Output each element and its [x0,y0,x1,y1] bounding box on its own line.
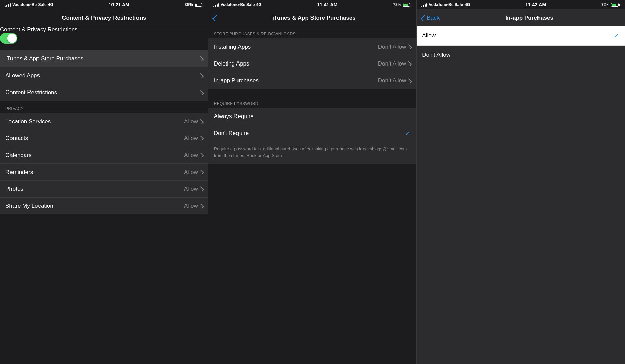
chevron-right-icon [199,90,204,95]
nav-bar-1: Content & Privacy Restrictions [0,9,208,26]
carrier-3: Vodafone-Be Safe [429,2,463,7]
location-services-item[interactable]: Location Services Allow [0,113,208,130]
chevron-right-icon [407,78,412,83]
battery-percent-3: 72% [601,2,609,7]
photos-value: Allow [184,186,198,192]
chevron-right-icon [407,44,412,49]
require-pw-list: Always Require Don't Require ✓ Require a… [208,108,417,164]
chevron-right-icon [199,170,204,175]
dont-require-label: Don't Require [214,130,249,137]
nav-bar-3: Back In-app Purchases [417,9,625,26]
allowed-apps-label: Allowed Apps [5,72,40,79]
status-bar-3: Vodafone-Be Safe 4G 11:42 AM 72% [417,0,625,9]
battery-percent-1: 36% [185,2,193,7]
contacts-item[interactable]: Contacts Allow [0,130,208,147]
chevron-right-icon [199,153,204,158]
privacy-section: PRIVACY Location Services Allow Contacts… [0,101,208,364]
calendars-value: Allow [184,152,198,159]
signal-icon-2 [213,3,219,7]
checkmark-icon: ✓ [405,129,411,137]
deleting-apps-value: Don't Allow [378,60,406,67]
battery-icon-3 [611,3,620,7]
dont-allow-option-label: Don't Allow [422,52,450,58]
chevron-right-icon [199,73,204,78]
reminders-label: Reminders [5,169,33,176]
share-my-location-item[interactable]: Share My Location Allow [0,198,208,214]
itunes-purchases-item[interactable]: iTunes & App Store Purchases [0,50,208,67]
contacts-label: Contacts [5,135,28,142]
location-services-label: Location Services [5,118,51,125]
signal-icon-1 [5,3,11,7]
always-require-item[interactable]: Always Require [208,108,417,125]
privacy-section-header: PRIVACY [0,101,208,113]
panel-content-privacy: Vodafone-Be Safe 4G 10:21 AM 36% Content… [0,0,208,364]
panel-itunes-purchases: Vodafone-Be Safe 4G 11:41 AM 72% iTunes … [208,0,417,364]
pw-description: Require a password for additional purcha… [208,142,417,164]
reminders-value: Allow [184,169,198,176]
dont-allow-option-item[interactable]: Don't Allow [417,46,625,64]
reminders-item[interactable]: Reminders Allow [0,164,208,181]
status-bar-1: Vodafone-Be Safe 4G 10:21 AM 36% [0,0,208,9]
allow-checkmark-icon: ✓ [614,32,619,40]
location-services-value: Allow [184,118,198,125]
content-restrictions-item[interactable]: Content Restrictions [0,84,208,101]
always-require-label: Always Require [214,113,254,120]
photos-item[interactable]: Photos Allow [0,181,208,198]
content-restrictions-toggle-row[interactable]: Content & Privacy Restrictions [0,26,208,44]
chevron-right-icon [407,61,412,66]
battery-icon-2 [403,3,411,7]
calendars-item[interactable]: Calendars Allow [0,147,208,164]
chevron-right-icon [199,204,204,209]
time-3: 11:42 AM [525,2,546,7]
require-pw-header: REQUIRE PASSWORD [208,96,417,108]
content-restrictions-label: Content & Privacy Restrictions [0,26,78,33]
panel-in-app-purchases: Vodafone-Be Safe 4G 11:42 AM 72% Back In… [417,0,625,364]
network-2: 4G [256,2,261,7]
installing-apps-item[interactable]: Installing Apps Don't Allow [208,38,417,55]
content-restrictions-menu-label: Content Restrictions [5,89,57,96]
chevron-right-icon [199,56,204,61]
nav-title-2: iTunes & App Store Purchases [217,15,411,21]
store-section-header: STORE PURCHASES & RE-DOWNLOADS [208,26,417,38]
installing-apps-value: Don't Allow [378,44,406,50]
in-app-purchases-item[interactable]: In-app Purchases Don't Allow [208,72,417,89]
time-1: 10:21 AM [109,2,129,7]
installing-apps-label: Installing Apps [214,44,251,50]
store-items-list: Installing Apps Don't Allow Deleting App… [208,38,417,89]
panel3-empty-content [417,64,625,364]
main-menu: iTunes & App Store Purchases Allowed App… [0,50,208,101]
photos-label: Photos [5,186,23,192]
in-app-purchases-label: In-app Purchases [214,77,259,84]
allow-option-item[interactable]: Allow ✓ [417,26,625,46]
deleting-apps-item[interactable]: Deleting Apps Don't Allow [208,55,417,72]
toggle-knob [7,34,17,43]
contacts-value: Allow [184,135,198,142]
carrier-1: Vodafone-Be Safe [12,2,47,7]
back-button-3[interactable]: Back [422,15,440,21]
chevron-right-icon [199,136,204,141]
status-bar-2: Vodafone-Be Safe 4G 11:41 AM 72% [208,0,417,9]
signal-icon-3 [421,3,427,7]
content-restrictions-toggle[interactable] [0,33,17,44]
itunes-purchases-label: iTunes & App Store Purchases [5,55,83,62]
share-my-location-label: Share My Location [5,203,53,209]
in-app-purchases-value: Don't Allow [378,77,406,84]
allowed-apps-item[interactable]: Allowed Apps [0,67,208,84]
back-label-3: Back [427,15,440,21]
share-my-location-value: Allow [184,203,198,209]
dont-require-item[interactable]: Don't Require ✓ [208,125,417,142]
time-2: 11:41 AM [317,2,338,7]
privacy-list: Location Services Allow Contacts Allow C… [0,113,208,214]
chevron-right-icon [199,186,204,191]
back-button-2[interactable] [214,15,217,21]
network-3: 4G [465,2,470,7]
carrier-2: Vodafone-Be Safe [221,2,255,7]
calendars-label: Calendars [5,152,32,159]
nav-title-1: Content & Privacy Restrictions [5,15,203,21]
battery-icon-1 [195,3,203,7]
battery-percent-2: 72% [393,2,401,7]
deleting-apps-label: Deleting Apps [214,60,249,67]
network-1: 4G [48,2,53,7]
back-chevron-icon-3 [421,15,427,21]
nav-title-3: In-app Purchases [440,15,619,21]
